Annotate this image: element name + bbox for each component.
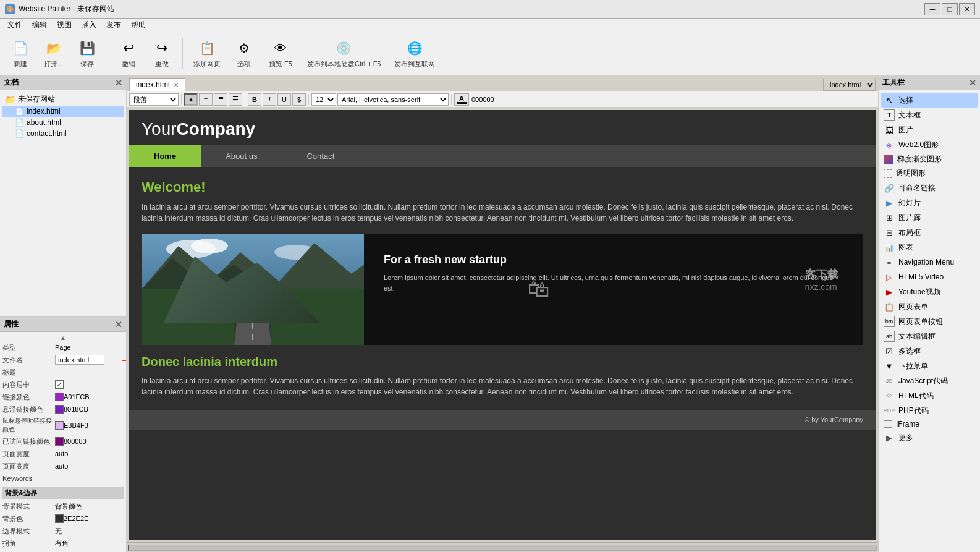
toolbox-iframe[interactable]: IFrame bbox=[881, 418, 978, 430]
undo-button[interactable]: ↩ 撤销 bbox=[113, 35, 144, 72]
toolbox-namedlink[interactable]: 🔗 可命名链接 bbox=[881, 180, 978, 195]
svg-point-2 bbox=[191, 239, 228, 253]
toolbox-formbutton[interactable]: btn 网页表单按钮 bbox=[881, 314, 978, 329]
toolbox-phpcode[interactable]: PHP PHP代码 bbox=[881, 403, 978, 418]
new-button[interactable]: 📄 新建 bbox=[5, 35, 36, 72]
toolbox-jscode[interactable]: JS JavaScript代码 bbox=[881, 373, 978, 388]
link-color-swatch[interactable] bbox=[55, 393, 64, 401]
tab-index-close[interactable]: ✕ bbox=[174, 82, 179, 88]
svg-marker-10 bbox=[271, 289, 364, 345]
options-icon: ⚙ bbox=[234, 38, 254, 58]
font-size-select[interactable]: 12 bbox=[311, 93, 336, 106]
toolbox-textbox[interactable]: T 文本框 bbox=[881, 108, 978, 122]
font-family-select[interactable]: Arial, Helvetica, sans-serif bbox=[337, 93, 449, 106]
toolbox-navmenu[interactable]: ≡ Navigation Menu bbox=[881, 255, 978, 270]
left-panel: 文档 ✕ 📁 未保存网站 📄 index.html 📄 about.html 📄… bbox=[0, 75, 127, 552]
toolbox-select[interactable]: ↖ 选择 bbox=[881, 93, 978, 108]
file-tree-item-about[interactable]: 📄 about.html bbox=[2, 117, 124, 128]
toolbox-gradient[interactable]: 梯度渐变图形 bbox=[881, 152, 978, 166]
nav-home[interactable]: Home bbox=[129, 145, 201, 167]
italic-button[interactable]: I bbox=[263, 93, 276, 106]
nav-about[interactable]: About us bbox=[201, 145, 282, 167]
main-layout: 文档 ✕ 📁 未保存网站 📄 index.html 📄 about.html 📄… bbox=[0, 75, 980, 552]
mouseover-color-swatch[interactable] bbox=[55, 421, 64, 430]
tab-dropdown[interactable]: index.html bbox=[823, 79, 876, 91]
toolbox-layout[interactable]: ⊟ 布局框 bbox=[881, 225, 978, 240]
align-right-button[interactable]: ≣ bbox=[214, 93, 227, 106]
tab-bar-right: index.html bbox=[823, 79, 876, 91]
align-justify-icon: ☰ bbox=[232, 95, 239, 103]
publish-local-button[interactable]: 💿 发布到本地硬盘Ctrl + F5 bbox=[302, 35, 386, 72]
toolbox-chart[interactable]: 📊 图表 bbox=[881, 240, 978, 255]
file-tree-root[interactable]: 📁 未保存网站 bbox=[2, 93, 124, 106]
toolbox-image[interactable]: 🖼 图片 bbox=[881, 122, 978, 137]
toolbox-web2shape[interactable]: ◈ Web2.0图形 bbox=[881, 137, 978, 152]
new-icon: 📄 bbox=[11, 38, 30, 58]
underline-button[interactable]: U bbox=[277, 93, 291, 106]
align-center-button[interactable]: ≡ bbox=[199, 93, 213, 106]
toolbox-slideshow[interactable]: ▶ 幻灯片 bbox=[881, 195, 978, 210]
nav-contact[interactable]: Contact bbox=[282, 145, 359, 167]
menu-view[interactable]: 视图 bbox=[52, 19, 77, 32]
redo-button[interactable]: ↪ 重做 bbox=[146, 35, 177, 72]
prop-center-label: 内容居中 bbox=[2, 380, 55, 389]
bg-color-swatch[interactable] bbox=[55, 514, 64, 523]
horizontal-scrollbar[interactable] bbox=[128, 545, 877, 551]
menu-edit[interactable]: 编辑 bbox=[27, 19, 52, 32]
prop-corner-label: 拐角 bbox=[2, 539, 55, 548]
visited-color-swatch[interactable] bbox=[55, 437, 64, 446]
money-button[interactable]: $ bbox=[292, 93, 306, 106]
minimize-button[interactable]: ─ bbox=[924, 3, 940, 15]
toolbox-gallery[interactable]: ⊞ 图片廊 bbox=[881, 210, 978, 225]
toolbox-transparent[interactable]: 透明图形 bbox=[881, 166, 978, 180]
save-button[interactable]: 💾 保存 bbox=[72, 35, 103, 72]
tab-index[interactable]: index.html ✕ bbox=[129, 78, 185, 91]
toolbox-close[interactable]: ✕ bbox=[969, 78, 976, 88]
toolbox-textarea[interactable]: ab 文本编辑框 bbox=[881, 329, 978, 344]
font-color-button[interactable]: A bbox=[454, 93, 469, 106]
options-button[interactable]: ⚙ 选项 bbox=[229, 35, 260, 72]
open-button[interactable]: 📂 打开... bbox=[38, 35, 69, 72]
scroll-up[interactable]: ▲ bbox=[2, 334, 124, 341]
maximize-button[interactable]: □ bbox=[942, 3, 958, 15]
addpage-button[interactable]: 📋 添加网页 bbox=[188, 35, 226, 72]
save-icon: 💾 bbox=[77, 38, 97, 58]
props-close[interactable]: ✕ bbox=[115, 320, 122, 329]
toolbox-more[interactable]: ▶ 更多 bbox=[881, 430, 978, 445]
menu-file[interactable]: 文件 bbox=[2, 19, 27, 32]
menu-insert[interactable]: 插入 bbox=[77, 19, 101, 32]
toolbox-transparent-label: 透明图形 bbox=[896, 168, 926, 179]
toolbox-htmlcode[interactable]: <> HTML代码 bbox=[881, 388, 978, 403]
align-right-icon: ≣ bbox=[218, 95, 224, 103]
landscape-svg bbox=[142, 234, 364, 345]
paragraph-select[interactable]: 段落 bbox=[129, 93, 179, 106]
hover-color-swatch[interactable] bbox=[55, 405, 64, 414]
toolbox-html5video[interactable]: ▷ HTML5 Video bbox=[881, 270, 978, 284]
file-panel-close[interactable]: ✕ bbox=[115, 78, 122, 88]
toolbox-dropdown[interactable]: ▼ 下拉菜单 bbox=[881, 359, 978, 373]
title-bar: 🎨 Website Painter - 未保存网站 ─ □ ✕ bbox=[0, 0, 980, 19]
toolbox-checkbox[interactable]: ☑ 多选框 bbox=[881, 344, 978, 359]
publish-web-button[interactable]: 🌐 发布到互联网 bbox=[389, 35, 441, 72]
menu-help[interactable]: 帮助 bbox=[126, 19, 151, 32]
underline-icon: U bbox=[282, 96, 287, 103]
align-justify-button[interactable]: ☰ bbox=[229, 93, 242, 106]
file-tree-item-contact[interactable]: 📄 contact.html bbox=[2, 128, 124, 139]
align-left-button[interactable]: ● bbox=[184, 93, 198, 106]
preview-button[interactable]: 👁 预览 F5 bbox=[262, 35, 299, 72]
bold-button[interactable]: B bbox=[248, 93, 261, 106]
undo-label: 撤销 bbox=[122, 59, 135, 69]
toolbox-webform[interactable]: 📋 网页表单 bbox=[881, 299, 978, 314]
app-icon: 🎨 bbox=[5, 4, 15, 14]
menu-publish[interactable]: 发布 bbox=[101, 19, 126, 32]
close-button[interactable]: ✕ bbox=[959, 3, 975, 15]
undo-icon: ↩ bbox=[119, 38, 138, 58]
center-content-checkbox[interactable]: ✓ bbox=[55, 380, 64, 389]
section-text: In lacinia arcu at arcu semper porttitor… bbox=[142, 375, 863, 397]
image-section: 🛍 客下载 nxz.com For a fresh new startup Lo… bbox=[142, 234, 863, 345]
toolbox-youtube[interactable]: ▶ Youtube视频 bbox=[881, 284, 978, 299]
site-header: YourCompany bbox=[129, 110, 876, 145]
website-preview[interactable]: YourCompany Home About us Contact Welcom… bbox=[127, 108, 878, 542]
toolbox-gradient-label: 梯度渐变图形 bbox=[897, 154, 942, 164]
file-tree-item-index[interactable]: 📄 index.html bbox=[2, 106, 124, 117]
